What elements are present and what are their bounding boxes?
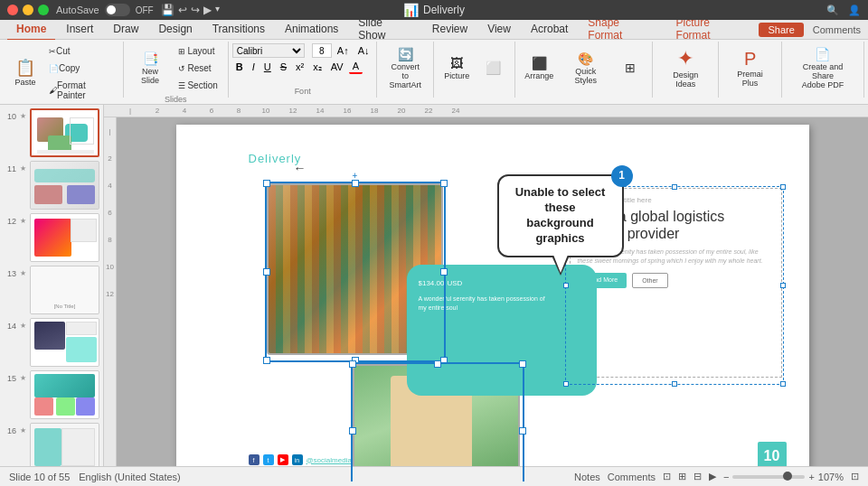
superscript-button[interactable]: x² (292, 61, 307, 73)
font-format-row: B I U S x² x₂ AV A (232, 60, 373, 74)
design-ideas-button[interactable]: ✦ Design Ideas (658, 46, 712, 91)
cut-copy-format: ✂ Cut 📄 Copy 🖌 Format Painter (44, 43, 118, 103)
notes-button[interactable]: Notes (574, 472, 600, 482)
handle2-mr[interactable] (519, 427, 526, 435)
tab-home[interactable]: Home (7, 19, 55, 41)
maximize-button[interactable] (38, 5, 49, 15)
more-icon[interactable]: ▾ (215, 4, 220, 16)
slide-social-bar: f t ▶ in @socialmedia (249, 454, 352, 465)
copy-button[interactable]: 📄 Copy (44, 61, 118, 76)
format-painter-button[interactable]: 🖌 Format Painter (44, 78, 118, 103)
close-button[interactable] (7, 5, 18, 15)
handle-bl[interactable] (263, 357, 270, 364)
rhandle-bl[interactable] (563, 381, 569, 387)
font-color-button[interactable]: A (349, 60, 363, 74)
minimize-button[interactable] (23, 5, 33, 15)
slide-thumb-10[interactable]: 10 ★ (4, 108, 99, 157)
handle2-tr[interactable] (519, 360, 526, 368)
rhandle-ml[interactable] (563, 283, 569, 288)
slide-thumb-15[interactable]: 15 ★ (4, 370, 99, 419)
rhandle-tm[interactable] (672, 184, 677, 190)
italic-button[interactable]: I (249, 61, 259, 73)
zoom-in-button[interactable]: + (808, 472, 814, 482)
slide-thumb-11[interactable]: 11 ★ (4, 161, 99, 210)
undo-icon[interactable]: ↩ (178, 4, 187, 16)
premai-button[interactable]: P Premai Plus (724, 47, 775, 90)
smartart-icon: 🔄 (398, 48, 413, 61)
tab-acrobat[interactable]: Acrobat (522, 19, 577, 41)
fit-to-window-icon[interactable]: ⊡ (851, 471, 859, 482)
group-font: Calibri A↑ A↓ B I U S x² x₂ AV A (229, 42, 378, 98)
layout-button[interactable]: ⊞ Layout (174, 43, 222, 59)
slide-canvas-area[interactable]: Deliverly ← $134.00 USD A wonderf (117, 117, 868, 486)
section-button[interactable]: ☰ Section (174, 78, 222, 93)
tab-review[interactable]: Review (423, 19, 476, 41)
handle-ml[interactable] (263, 268, 270, 276)
redo-icon[interactable]: ↪ (191, 4, 200, 16)
rotation-handle[interactable]: + (353, 171, 358, 181)
paste-button[interactable]: 📋 Paste (9, 57, 42, 89)
subscript-button[interactable]: x₂ (309, 61, 326, 74)
handle-tr[interactable] (440, 180, 448, 187)
underline-button[interactable]: U (260, 61, 275, 73)
present-icon[interactable]: ▶ (203, 4, 212, 16)
tab-insert[interactable]: Insert (57, 19, 102, 41)
slide-thumb-13[interactable]: 13 ★ [No Title] (4, 266, 99, 314)
autosave-toggle[interactable] (105, 4, 130, 16)
slide-thumb-16[interactable]: 16 ★ (4, 423, 99, 472)
callout-tail-inner (553, 255, 568, 273)
slide-thumb-14[interactable]: 14 ★ (4, 318, 99, 367)
quick-styles-button[interactable]: 🎨 Quick Styles (560, 50, 611, 88)
tab-animations[interactable]: Animations (276, 19, 347, 41)
handle2-ml[interactable] (349, 427, 356, 435)
share-button[interactable]: Share (759, 23, 803, 37)
picture-button[interactable]: 🖼 Picture (439, 54, 474, 83)
titlebar-app-name: 📊 Deliverly (403, 3, 465, 17)
tab-transitions[interactable]: Transitions (203, 19, 274, 41)
search-icon[interactable]: 🔍 (826, 5, 839, 16)
arrange-button[interactable]: ⬛ Arrange (521, 54, 557, 83)
rhandle-tr[interactable] (780, 184, 786, 190)
reading-view-icon[interactable]: ⊟ (693, 471, 702, 482)
traffic-lights (7, 5, 49, 15)
normal-view-icon[interactable]: ⊡ (663, 471, 671, 482)
zoom-out-button[interactable]: − (723, 472, 729, 482)
social-handle: @socialmedia (307, 456, 352, 464)
font-size-dn-button[interactable]: A↓ (354, 44, 373, 57)
save-icon[interactable]: 💾 (161, 4, 175, 16)
rhandle-bm[interactable] (672, 381, 677, 387)
strikethrough-button[interactable]: S (277, 61, 290, 73)
font-size-up-button[interactable]: A↑ (334, 44, 353, 57)
handle-mr[interactable] (440, 268, 448, 276)
convert-smartart-button[interactable]: 🔄 Convert toSmartArt (382, 45, 428, 92)
more-styles-button[interactable]: ⊞ (614, 59, 646, 79)
presenter-view-icon[interactable]: ▶ (709, 471, 716, 482)
tab-draw[interactable]: Draw (104, 19, 147, 41)
slide-thumb-12[interactable]: 12 ★ (4, 213, 99, 262)
handle-tl[interactable] (263, 180, 270, 187)
rhandle-mr[interactable] (780, 283, 786, 288)
reset-button[interactable]: ↺ Reset (174, 61, 222, 76)
account-icon[interactable]: 👤 (848, 5, 861, 16)
new-slide-button[interactable]: 📑 New Slide (129, 50, 172, 88)
tab-view[interactable]: View (478, 19, 520, 41)
handle2-tl[interactable] (349, 360, 356, 368)
comments-status-button[interactable]: Comments (608, 472, 656, 482)
crop-icon-btn[interactable]: ⬜ (476, 59, 509, 79)
adobe-button[interactable]: 📄 Create and ShareAdobe PDF (788, 45, 858, 92)
tab-design[interactable]: Design (149, 19, 201, 41)
paste-icon: 📋 (15, 60, 35, 76)
slide-sorter-icon[interactable]: ⊞ (678, 471, 686, 482)
callout-tooltip: 1 Unable to select these background grap… (497, 174, 624, 257)
bold-button[interactable]: B (232, 61, 247, 73)
font-name-select[interactable]: Calibri (232, 43, 305, 58)
font-size-input[interactable] (312, 43, 332, 58)
handle2-tm[interactable] (434, 360, 441, 368)
char-spacing-button[interactable]: AV (327, 61, 347, 73)
handle-tm[interactable] (352, 180, 359, 187)
zoom-slider[interactable] (732, 475, 805, 479)
cut-button[interactable]: ✂ Cut (44, 43, 118, 59)
arrange-icon: ⬛ (532, 57, 547, 70)
comments-button[interactable]: Comments (813, 24, 861, 35)
rhandle-br[interactable] (780, 381, 786, 387)
